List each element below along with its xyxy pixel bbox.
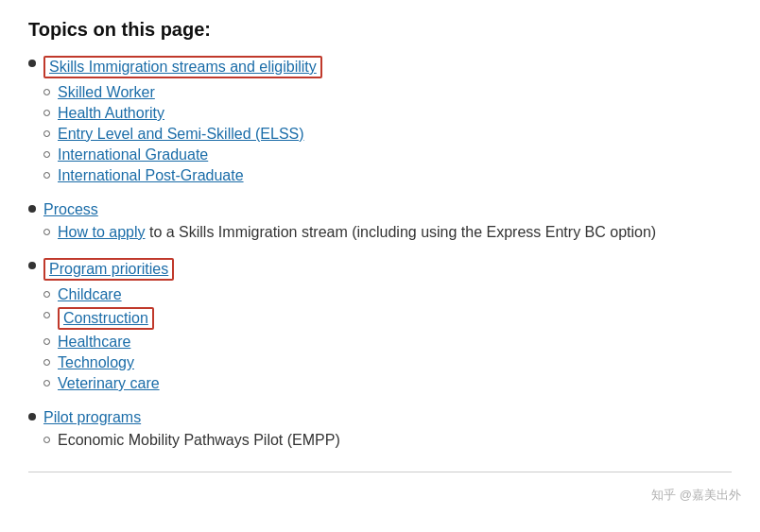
content-program-priorities: Program prioritiesChildcareConstructionH… [43, 258, 732, 396]
link-health-authority[interactable]: Health Authority [58, 105, 164, 121]
content-skills-immigration: Skills Immigration streams and eligibili… [43, 56, 732, 188]
sub-item-health-authority: Health Authority [43, 105, 732, 122]
link-technology[interactable]: Technology [58, 354, 134, 370]
sub-item-international-graduate: International Graduate [43, 146, 732, 163]
main-list: Skills Immigration streams and eligibili… [28, 56, 732, 453]
sub-content-veterinary-care: Veterinary care [58, 375, 160, 392]
content-process: ProcessHow to apply to a Skills Immigrat… [43, 201, 732, 245]
highlighted-skills-immigration: Skills Immigration streams and eligibili… [43, 56, 322, 78]
sub-item-childcare: Childcare [43, 286, 732, 303]
sub-content-healthcare: Healthcare [58, 334, 130, 351]
circle-icon [43, 110, 50, 116]
sub-list-skills-immigration: Skilled WorkerHealth AuthorityEntry Leve… [43, 84, 732, 184]
sub-content-entry-level: Entry Level and Semi-Skilled (ELSS) [58, 126, 304, 143]
sub-item-skilled-worker: Skilled Worker [43, 84, 732, 101]
sub-content-how-to-apply: How to apply to a Skills Immigration str… [58, 224, 656, 241]
circle-icon [43, 172, 50, 179]
watermark: 知乎 @嘉美出外 [651, 487, 741, 504]
bullet-icon [28, 413, 36, 420]
sub-item-healthcare: Healthcare [43, 334, 732, 351]
circle-icon [43, 338, 50, 345]
page-title: Topics on this page: [28, 19, 732, 41]
link-international-post-graduate[interactable]: International Post-Graduate [58, 167, 244, 183]
sub-item-veterinary-care: Veterinary care [43, 375, 732, 392]
circle-icon [43, 359, 50, 366]
content-pilot-programs: Pilot programsEconomic Mobility Pathways… [43, 409, 732, 453]
link-entry-level[interactable]: Entry Level and Semi-Skilled (ELSS) [58, 126, 304, 142]
sub-content-empp: Economic Mobility Pathways Pilot (EMPP) [58, 432, 340, 449]
link-construction[interactable]: Construction [63, 310, 148, 326]
sub-item-construction: Construction [43, 307, 732, 330]
circle-icon [43, 312, 50, 318]
bullet-icon [28, 262, 36, 269]
link-childcare[interactable]: Childcare [58, 286, 122, 302]
highlighted-construction: Construction [58, 307, 154, 330]
bullet-icon [28, 60, 36, 67]
highlighted-program-priorities: Program priorities [43, 258, 174, 281]
top-level-item-skills-immigration: Skills Immigration streams and eligibili… [28, 56, 732, 188]
sub-list-pilot-programs: Economic Mobility Pathways Pilot (EMPP) [43, 432, 732, 449]
link-skilled-worker[interactable]: Skilled Worker [58, 84, 155, 100]
sub-content-skilled-worker: Skilled Worker [58, 84, 155, 101]
sub-content-international-graduate: International Graduate [58, 146, 208, 163]
sub-content-construction: Construction [58, 307, 154, 330]
link-pilot-programs[interactable]: Pilot programs [43, 409, 141, 425]
circle-icon [43, 130, 50, 137]
sub-item-empp: Economic Mobility Pathways Pilot (EMPP) [43, 432, 732, 449]
link-how-to-apply[interactable]: How to apply [58, 224, 146, 240]
link-process[interactable]: Process [43, 201, 98, 217]
link-skills-immigration[interactable]: Skills Immigration streams and eligibili… [49, 59, 317, 75]
top-level-item-process: ProcessHow to apply to a Skills Immigrat… [28, 201, 732, 245]
sub-list-program-priorities: ChildcareConstructionHealthcareTechnolog… [43, 286, 732, 392]
bullet-icon [28, 205, 36, 213]
link-healthcare[interactable]: Healthcare [58, 334, 130, 350]
bottom-divider [28, 472, 732, 472]
sub-content-health-authority: Health Authority [58, 105, 164, 122]
suffix-how-to-apply: to a Skills Immigration stream (includin… [146, 224, 657, 240]
top-level-item-pilot-programs: Pilot programsEconomic Mobility Pathways… [28, 409, 732, 453]
sub-item-international-post-graduate: International Post-Graduate [43, 167, 732, 184]
link-international-graduate[interactable]: International Graduate [58, 146, 208, 163]
sub-item-entry-level: Entry Level and Semi-Skilled (ELSS) [43, 126, 732, 143]
sub-content-childcare: Childcare [58, 286, 122, 303]
circle-icon [43, 89, 50, 95]
circle-icon [43, 437, 50, 443]
sub-item-how-to-apply: How to apply to a Skills Immigration str… [43, 224, 732, 241]
link-program-priorities[interactable]: Program priorities [49, 261, 168, 277]
top-level-item-program-priorities: Program prioritiesChildcareConstructionH… [28, 258, 732, 396]
sub-content-technology: Technology [58, 354, 134, 371]
circle-icon [43, 380, 50, 386]
circle-icon [43, 291, 50, 298]
circle-icon [43, 151, 50, 158]
link-veterinary-care[interactable]: Veterinary care [58, 375, 160, 391]
circle-icon [43, 229, 50, 235]
sub-list-process: How to apply to a Skills Immigration str… [43, 224, 732, 241]
sub-content-international-post-graduate: International Post-Graduate [58, 167, 244, 184]
sub-item-technology: Technology [43, 354, 732, 371]
